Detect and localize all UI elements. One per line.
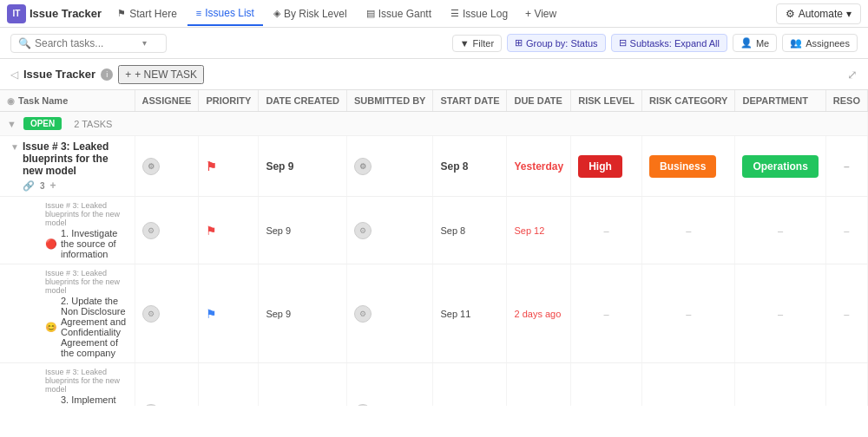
task-count: 2 TASKS [74,119,112,129]
subtask-reso: – [825,363,867,407]
top-nav-bar: IT Issue Tracker ⚑ Start Here ≡ Issues L… [0,0,868,28]
subtask-submitted-by: ⚙ [346,363,433,407]
issue-risk-level: High [571,136,642,197]
expand-icon[interactable]: ▼ [7,119,16,129]
new-task-button[interactable]: + + NEW TASK [118,65,204,84]
log-icon: ☰ [450,8,459,19]
subtask-submitted-avatar: ⚙ [354,305,372,323]
tab-start-here[interactable]: ⚑ Start Here [108,2,186,26]
subtask-emoji: 😊 [45,322,57,333]
tab-by-risk-level[interactable]: ◈ By Risk Level [265,2,356,26]
subtask-department: – [735,264,825,363]
priority-flag[interactable]: ⚑ [206,160,217,173]
collapse-button[interactable]: ⤢ [847,68,858,82]
issue-parent-row: ▼ Issue # 3: Leaked blueprints for the n… [0,136,868,197]
subtask-link-icon: 🔗 [23,180,35,192]
issue-risk-category: Business [642,136,735,197]
subtask-risk-level: – [571,363,642,407]
issue-start-date: Sep 8 [433,136,507,197]
filter-icon: ▼ [460,38,470,49]
me-button[interactable]: 👤 Me [733,34,777,52]
issue-department: Operations [735,136,825,197]
issue-due-date: Yesterday [507,136,571,197]
me-icon: 👤 [740,37,753,49]
risk-level-badge: High [578,155,622,178]
issues-list-icon: ≡ [196,8,201,18]
department-badge: Operations [742,155,818,178]
issue-title[interactable]: Issue # 3: Leaked blueprints for the new… [23,140,128,177]
col-reso: RESO [825,90,867,112]
col-submitted-by: SUBMITTED BY [346,90,433,112]
add-view-button[interactable]: + View [518,4,563,23]
issue-assignee: ⚙ [135,136,199,197]
subtask-start-date: Sep 11 [433,264,507,363]
subtasks-icon: ⊟ [619,37,627,49]
subtask-avatar: ⚙ [142,404,160,407]
gantt-icon: ▤ [366,8,375,19]
search-box[interactable]: 🔍 ▾ [10,34,167,53]
subtask-priority-flag[interactable]: ⚑ [206,307,217,321]
info-icon[interactable]: i [101,68,113,81]
subtask-parent-label: Issue # 3: Leaked blueprints for the new… [45,368,128,394]
plus-icon: + [125,68,131,81]
subtask-assignee: ⚙ [135,363,199,407]
group-by-button[interactable]: ⊞ Group by: Status [507,34,606,52]
risk-category-badge: Business [649,155,716,178]
app-icon: IT [7,4,26,23]
subtask-title[interactable]: 2. Update the Non Disclosure Agreement a… [61,296,128,358]
status-badge: OPEN [23,117,62,130]
issue-date-created: Sep 9 [259,136,347,197]
subtasks-button[interactable]: ⊟ Subtasks: Expand All [611,34,727,52]
subtask-priority: ⚑ [199,363,259,407]
automate-chevron-icon: ▾ [846,8,852,20]
subtask-row: Issue # 3: Leaked blueprints for the new… [0,264,868,363]
col-risk-level: RISK LEVEL [571,90,642,112]
subtask-avatar: ⚙ [142,305,160,323]
subtask-submitted-by: ⚙ [346,264,433,363]
col-risk-category: RISK CATEGORY [642,90,735,112]
subtask-priority-flag[interactable]: ⚑ [206,224,217,238]
breadcrumb-title: Issue Tracker [23,68,95,81]
search-input[interactable] [35,37,139,49]
subtask-submitted-avatar: ⚙ [354,222,372,239]
col-task-name: ◉ Task Name [0,90,135,112]
subtask-title[interactable]: 3. Implement immediate disciplinary acti… [61,395,128,406]
group-icon: ⊞ [515,37,523,49]
subtask-date-created: Sep 9 [259,264,347,363]
risk-level-icon: ◈ [273,8,280,19]
subtask-submitted-by: ⚙ [346,197,433,264]
table-wrapper: ◉ Task Name ASSIGNEE PRIORITY DATE CREAT… [0,90,868,406]
subtask-start-date: Yesterday [433,363,507,407]
add-subtask-icon[interactable]: + [49,179,56,192]
subtask-parent-label: Issue # 3: Leaked blueprints for the new… [45,201,128,227]
assignees-icon: 👥 [790,37,802,49]
filter-button[interactable]: ▼ Filter [452,35,502,52]
subtask-risk-level: – [571,264,642,363]
toolbar-right: ▼ Filter ⊞ Group by: Status ⊟ Subtasks: … [452,34,858,52]
subtask-priority: ⚑ [199,264,259,363]
subtask-priority-flag[interactable]: ⚑ [206,406,217,407]
subtask-date-created: Sep 9 [259,363,347,407]
subtask-priority: ⚑ [199,197,259,264]
issue-submitted-by: ⚙ [346,136,433,197]
subtask-title[interactable]: 1. Investigate the source of information [61,228,128,259]
issue-priority: ⚑ [199,136,259,197]
tab-issues-list[interactable]: ≡ Issues List [187,2,263,26]
search-icon: 🔍 [18,37,31,49]
subtask-due-date: Yesterday [507,363,571,407]
subtask-due-date: 2 days ago [507,264,571,363]
tab-issue-gantt[interactable]: ▤ Issue Gantt [358,2,440,26]
row-expander[interactable]: ▼ [10,142,19,152]
subtask-date-created: Sep 9 [259,197,347,264]
assignees-button[interactable]: 👥 Assignees [782,34,858,52]
subtask-risk-level: – [571,197,642,264]
subtask-risk-category: – [642,363,735,407]
subtask-risk-category: – [642,264,735,363]
tab-issue-log[interactable]: ☰ Issue Log [442,2,516,26]
app-title: Issue Tracker [30,7,102,20]
automate-icon: ⚙ [786,8,795,20]
col-start-date: START DATE [433,90,507,112]
subtask-reso: – [825,197,867,264]
automate-button[interactable]: ⚙ Automate ▾ [776,3,861,24]
subtask-emoji: 🔴 [45,238,57,250]
